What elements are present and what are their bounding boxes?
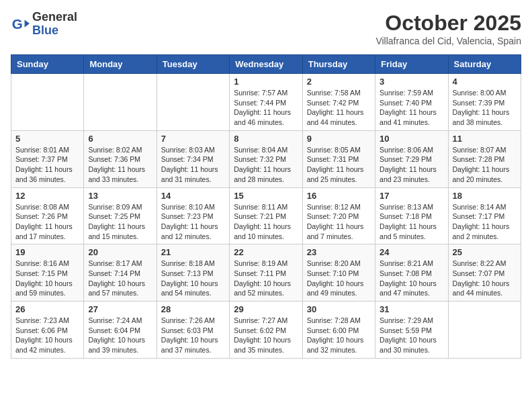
calendar-cell: 5Sunrise: 8:01 AMSunset: 7:37 PMDaylight… [11, 130, 84, 187]
calendar-week-3: 19Sunrise: 8:16 AMSunset: 7:15 PMDayligh… [11, 244, 521, 302]
calendar-cell: 25Sunrise: 8:22 AMSunset: 7:07 PMDayligh… [448, 244, 521, 302]
day-number: 29 [234, 304, 298, 314]
day-info: Sunrise: 8:08 AMSunset: 7:26 PMDaylight:… [15, 202, 79, 242]
calendar-cell: 7Sunrise: 8:03 AMSunset: 7:34 PMDaylight… [157, 130, 229, 187]
calendar-week-0: 1Sunrise: 7:57 AMSunset: 7:44 PMDaylight… [11, 74, 521, 131]
calendar-cell: 31Sunrise: 7:29 AMSunset: 5:59 PMDayligh… [375, 302, 448, 359]
calendar-cell: 20Sunrise: 8:17 AMSunset: 7:14 PMDayligh… [84, 244, 157, 302]
calendar-table: SundayMondayTuesdayWednesdayThursdayFrid… [11, 54, 521, 359]
day-number: 20 [88, 247, 152, 257]
day-number: 12 [15, 191, 79, 201]
day-info: Sunrise: 7:27 AMSunset: 6:02 PMDaylight:… [234, 316, 298, 355]
calendar-cell: 21Sunrise: 8:18 AMSunset: 7:13 PMDayligh… [157, 244, 229, 302]
calendar-week-2: 12Sunrise: 8:08 AMSunset: 7:26 PMDayligh… [11, 187, 521, 244]
calendar-cell: 4Sunrise: 8:00 AMSunset: 7:39 PMDaylight… [448, 74, 521, 131]
svg-text:G: G [12, 15, 23, 31]
day-number: 14 [161, 191, 225, 201]
weekday-header-saturday: Saturday [448, 55, 521, 74]
day-info: Sunrise: 7:26 AMSunset: 6:03 PMDaylight:… [161, 316, 225, 355]
calendar-cell: 17Sunrise: 8:13 AMSunset: 7:18 PMDayligh… [375, 187, 448, 244]
day-info: Sunrise: 8:03 AMSunset: 7:34 PMDaylight:… [161, 145, 225, 185]
day-number: 26 [15, 304, 79, 314]
day-number: 9 [307, 134, 371, 144]
day-number: 8 [234, 134, 298, 144]
calendar-cell: 14Sunrise: 8:10 AMSunset: 7:23 PMDayligh… [157, 187, 229, 244]
calendar-week-4: 26Sunrise: 7:23 AMSunset: 6:06 PMDayligh… [11, 302, 521, 359]
day-number: 7 [161, 134, 225, 144]
day-number: 2 [307, 77, 371, 87]
day-number: 13 [88, 191, 152, 201]
calendar-cell: 30Sunrise: 7:28 AMSunset: 6:00 PMDayligh… [302, 302, 375, 359]
calendar-cell: 13Sunrise: 8:09 AMSunset: 7:25 PMDayligh… [84, 187, 157, 244]
day-number: 21 [161, 247, 225, 257]
day-info: Sunrise: 8:10 AMSunset: 7:23 PMDaylight:… [161, 202, 225, 242]
day-info: Sunrise: 8:14 AMSunset: 7:17 PMDaylight:… [453, 202, 517, 242]
logo: G General Blue [11, 11, 77, 38]
day-number: 17 [380, 191, 443, 201]
day-number: 30 [307, 304, 371, 314]
day-number: 10 [380, 134, 443, 144]
day-number: 16 [307, 191, 371, 201]
day-info: Sunrise: 8:02 AMSunset: 7:36 PMDaylight:… [88, 145, 152, 185]
svg-marker-1 [25, 19, 30, 27]
day-info: Sunrise: 8:06 AMSunset: 7:29 PMDaylight:… [380, 145, 443, 185]
day-number: 19 [15, 247, 79, 257]
day-info: Sunrise: 7:28 AMSunset: 6:00 PMDaylight:… [307, 316, 371, 355]
weekday-header-monday: Monday [84, 55, 157, 74]
calendar-cell: 19Sunrise: 8:16 AMSunset: 7:15 PMDayligh… [11, 244, 84, 302]
calendar-cell: 28Sunrise: 7:26 AMSunset: 6:03 PMDayligh… [157, 302, 229, 359]
day-info: Sunrise: 8:17 AMSunset: 7:14 PMDaylight:… [88, 259, 152, 298]
calendar-week-1: 5Sunrise: 8:01 AMSunset: 7:37 PMDaylight… [11, 130, 521, 187]
day-number: 31 [380, 304, 443, 314]
calendar-cell [84, 74, 157, 131]
calendar-cell: 26Sunrise: 7:23 AMSunset: 6:06 PMDayligh… [11, 302, 84, 359]
day-info: Sunrise: 8:01 AMSunset: 7:37 PMDaylight:… [15, 145, 79, 185]
month-title: October 2025 [375, 11, 521, 36]
logo-icon: G [11, 15, 30, 34]
day-info: Sunrise: 8:07 AMSunset: 7:28 PMDaylight:… [453, 145, 517, 185]
day-info: Sunrise: 8:09 AMSunset: 7:25 PMDaylight:… [88, 202, 152, 242]
calendar-cell: 6Sunrise: 8:02 AMSunset: 7:36 PMDaylight… [84, 130, 157, 187]
day-info: Sunrise: 8:11 AMSunset: 7:21 PMDaylight:… [234, 202, 298, 242]
calendar-cell: 23Sunrise: 8:20 AMSunset: 7:10 PMDayligh… [302, 244, 375, 302]
weekday-header-tuesday: Tuesday [157, 55, 229, 74]
calendar-cell: 22Sunrise: 8:19 AMSunset: 7:11 PMDayligh… [230, 244, 302, 302]
day-info: Sunrise: 8:12 AMSunset: 7:20 PMDaylight:… [307, 202, 371, 242]
day-info: Sunrise: 8:13 AMSunset: 7:18 PMDaylight:… [380, 202, 443, 242]
title-block: October 2025 Villafranca del Cid, Valenc… [375, 11, 521, 46]
day-info: Sunrise: 8:18 AMSunset: 7:13 PMDaylight:… [161, 259, 225, 298]
calendar-cell: 16Sunrise: 8:12 AMSunset: 7:20 PMDayligh… [302, 187, 375, 244]
weekday-header-wednesday: Wednesday [230, 55, 302, 74]
day-info: Sunrise: 8:00 AMSunset: 7:39 PMDaylight:… [453, 88, 517, 128]
day-info: Sunrise: 8:05 AMSunset: 7:31 PMDaylight:… [307, 145, 371, 185]
day-info: Sunrise: 8:22 AMSunset: 7:07 PMDaylight:… [453, 259, 517, 298]
calendar-cell: 18Sunrise: 8:14 AMSunset: 7:17 PMDayligh… [448, 187, 521, 244]
day-info: Sunrise: 7:24 AMSunset: 6:04 PMDaylight:… [88, 316, 152, 355]
day-info: Sunrise: 7:57 AMSunset: 7:44 PMDaylight:… [234, 88, 298, 128]
day-number: 11 [453, 134, 517, 144]
calendar-cell: 8Sunrise: 8:04 AMSunset: 7:32 PMDaylight… [230, 130, 302, 187]
day-number: 22 [234, 247, 298, 257]
calendar-cell: 11Sunrise: 8:07 AMSunset: 7:28 PMDayligh… [448, 130, 521, 187]
day-info: Sunrise: 8:16 AMSunset: 7:15 PMDaylight:… [15, 259, 79, 298]
day-number: 24 [380, 247, 443, 257]
calendar-cell: 15Sunrise: 8:11 AMSunset: 7:21 PMDayligh… [230, 187, 302, 244]
calendar-cell: 3Sunrise: 7:59 AMSunset: 7:40 PMDaylight… [375, 74, 448, 131]
day-number: 18 [453, 191, 517, 201]
day-number: 5 [15, 134, 79, 144]
calendar-cell [448, 302, 521, 359]
day-info: Sunrise: 7:23 AMSunset: 6:06 PMDaylight:… [15, 316, 79, 355]
calendar-cell: 27Sunrise: 7:24 AMSunset: 6:04 PMDayligh… [84, 302, 157, 359]
day-number: 1 [234, 77, 298, 87]
calendar-cell: 10Sunrise: 8:06 AMSunset: 7:29 PMDayligh… [375, 130, 448, 187]
day-info: Sunrise: 8:04 AMSunset: 7:32 PMDaylight:… [234, 145, 298, 185]
day-info: Sunrise: 7:59 AMSunset: 7:40 PMDaylight:… [380, 88, 443, 128]
weekday-header-row: SundayMondayTuesdayWednesdayThursdayFrid… [11, 55, 521, 74]
day-info: Sunrise: 8:19 AMSunset: 7:11 PMDaylight:… [234, 259, 298, 298]
page-header: G General Blue October 2025 Villafranca … [11, 11, 521, 46]
calendar-cell [11, 74, 84, 131]
location: Villafranca del Cid, Valencia, Spain [375, 36, 521, 46]
logo-blue: Blue [32, 24, 77, 38]
calendar-cell: 1Sunrise: 7:57 AMSunset: 7:44 PMDaylight… [230, 74, 302, 131]
day-number: 6 [88, 134, 152, 144]
